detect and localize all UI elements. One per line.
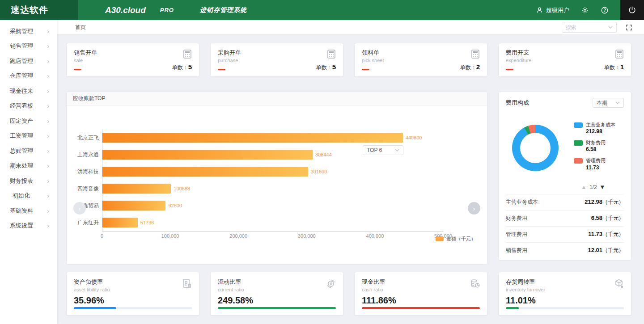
coins-icon [469, 278, 481, 290]
sidebar-item-cash[interactable]: 现金往来› [0, 84, 57, 99]
donut-legend-item: 财务费用 6.58 [574, 140, 615, 152]
sidebar-item-financial-reports[interactable]: 财务报表› [0, 173, 57, 189]
count-label: 单数： [604, 64, 620, 71]
sidebar-item-ledger[interactable]: 总账管理› [0, 143, 57, 159]
sidebar-item-payroll[interactable]: 工资管理› [0, 129, 57, 144]
chevron-right-icon: › [47, 88, 49, 94]
sidebar-item-fixed-assets[interactable]: 固定资产› [0, 114, 57, 129]
stat-card-purchase: 采购开单 purchase 单数：5 [210, 43, 343, 77]
user-icon [536, 6, 543, 14]
bar-row: 洪海科技 301600 [102, 163, 443, 180]
stat-title: 费用开支 [506, 49, 624, 57]
chevron-right-icon: › [47, 103, 49, 109]
pager-up-icon[interactable]: ▲ [581, 184, 587, 190]
bar-fill [102, 150, 313, 160]
stat-title: 销售开单 [74, 49, 192, 57]
ratio-value: 249.58% [218, 295, 336, 306]
chevron-right-icon: › [47, 148, 49, 154]
help-button[interactable] [601, 6, 609, 14]
user-name: 超级用户 [546, 6, 569, 14]
stat-title: 领料单 [362, 49, 480, 57]
ratio-progress [362, 307, 480, 309]
bar-value: 440800 [406, 135, 422, 140]
chevron-right-icon: › [47, 73, 49, 79]
bar-category: 洪海科技 [65, 168, 99, 176]
x-tick: 400,000 [366, 233, 384, 239]
chevron-down-icon [615, 101, 620, 104]
search-input[interactable]: 搜索 [562, 22, 617, 33]
chart-legend: 金额（千元） [436, 236, 476, 242]
bar-value: 100688 [174, 186, 190, 191]
legend-swatch [436, 236, 444, 241]
bar-value: 51736 [140, 220, 154, 225]
ratio-progress [218, 307, 336, 309]
donut-legend-value: 11.73 [586, 164, 606, 171]
chevron-down-icon [608, 26, 613, 29]
sidebar-item-base-data[interactable]: 基础资料› [0, 203, 57, 219]
donut-legend: 主营业务成本 212.98 财务费用 6.58 管理费用 [574, 122, 615, 176]
period-select[interactable]: 本期 [593, 98, 624, 108]
ratio-card-inventory-turnover: 存货周转率 inventory turnover 11.01% [498, 272, 631, 316]
user-menu[interactable]: 超级用户 [536, 6, 569, 14]
donut-legend-swatch [574, 122, 583, 128]
count-value: 5 [332, 63, 336, 71]
bar-row: 广东红升 51736 [102, 214, 443, 231]
power-icon [628, 6, 636, 14]
cube-icon [613, 278, 625, 290]
chevron-right-icon: › [47, 43, 49, 49]
bar-fill [102, 184, 171, 194]
expense-panel-title: 费用构成 [506, 99, 529, 107]
bar-chart: 北京正飞 440800 上海永通 308444 洪海科技 [102, 129, 443, 231]
product-name: A30.cloud [105, 5, 146, 15]
gear-icon [581, 6, 589, 14]
chevron-right-icon: › [47, 208, 49, 214]
stat-subtitle: expenditure [506, 58, 624, 63]
x-tick: 200,000 [229, 233, 247, 239]
settings-button[interactable] [581, 6, 589, 14]
brand-group: A30.cloud PRO 进销存管理系统 [78, 0, 247, 20]
ratio-progress [74, 307, 192, 309]
ratio-value: 111.86% [362, 295, 480, 306]
sidebar-item-initialization[interactable]: 初始化› [0, 189, 57, 204]
bar-category: 北京正飞 [65, 134, 99, 142]
breadcrumb: 首页 搜索 [57, 20, 644, 35]
bar-value: 301600 [311, 169, 327, 174]
bar-category: 四海音像 [65, 185, 99, 193]
calculator-icon [614, 49, 625, 59]
stat-title: 采购开单 [218, 49, 336, 57]
sidebar-item-dashboard[interactable]: 经营看板› [0, 99, 57, 114]
donut-legend-swatch [574, 158, 583, 164]
calculator-icon [470, 49, 481, 59]
ratio-card-cash: 现金比率 cash ratio 111.86% [354, 272, 487, 316]
pager-down-icon[interactable]: ▼ [600, 184, 606, 190]
chevron-right-icon: › [47, 58, 49, 64]
calculator-icon [326, 49, 337, 59]
count-value: 5 [188, 63, 192, 71]
carousel-prev-button[interactable]: ‹ [73, 202, 86, 215]
logout-button[interactable] [620, 0, 644, 20]
sidebar-item-period-end[interactable]: 期末处理› [0, 159, 57, 174]
dash-accent [74, 69, 81, 70]
ratio-card-asset-liability: 资产负债率 asset libility ratio 35.96% [66, 272, 199, 316]
receivables-panel-title: 应收账款TOP [67, 92, 487, 105]
donut-legend-label: 主营业务成本 [586, 122, 615, 128]
sidebar-item-store-visit[interactable]: 跑店管理› [0, 54, 57, 69]
bar-row: 海鑫贸易 92800 [102, 197, 443, 214]
bar-row: 四海音像 100688 [102, 180, 443, 197]
bar-fill [102, 167, 308, 177]
report-icon [181, 278, 193, 290]
count-label: 单数： [316, 64, 332, 71]
sidebar-item-warehouse[interactable]: 仓库管理› [0, 69, 57, 84]
ratio-progress-fill [506, 307, 519, 309]
stat-card-pick-sheet: 领料单 pick sheet 单数：2 [354, 43, 487, 77]
chevron-right-icon: › [47, 193, 49, 199]
sidebar-item-system-settings[interactable]: 系统设置› [0, 219, 57, 234]
app-header: 速达软件 A30.cloud PRO 进销存管理系统 超级用户 [0, 0, 644, 20]
ratio-value: 11.01% [506, 295, 624, 306]
sidebar-item-purchase[interactable]: 采购管理› [0, 24, 57, 39]
carousel-next-button[interactable]: › [468, 202, 480, 215]
donut-legend-swatch [574, 140, 583, 146]
sidebar-item-sales[interactable]: 销售管理› [0, 39, 57, 54]
fullscreen-button[interactable] [626, 24, 632, 31]
tab-home[interactable]: 首页 [75, 24, 86, 31]
